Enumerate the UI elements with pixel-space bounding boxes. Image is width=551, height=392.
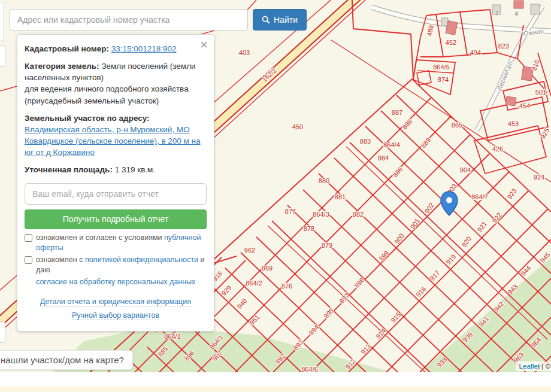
- panel-footer-links: Детали отчета и юридическая информация Р…: [25, 296, 207, 323]
- search-button-label: Найти: [274, 15, 298, 25]
- edge-panel-lower: [0, 321, 5, 343]
- parcel-label: 879: [322, 242, 332, 249]
- address-link[interactable]: Владимирская область, р-н Муромский, МО …: [25, 125, 201, 157]
- area-row: Уточненная площадь: 1 319 кв.м.: [25, 164, 207, 175]
- address-row: Земельный участок по адресу: Владимирска…: [25, 113, 207, 159]
- area-value: 1 319 кв.м.: [115, 165, 155, 174]
- manual-select-link[interactable]: Ручной выбор вариантов: [72, 311, 159, 320]
- house-number: 3: [495, 10, 498, 16]
- category-text-2: для ведения личного подсобного хозяйства: [25, 84, 189, 93]
- search-icon: [262, 16, 270, 24]
- consent-offer-row: ознакомлен и согласен с условиями публич…: [25, 233, 207, 254]
- parcel-label: 876: [281, 282, 292, 290]
- address-label: Земельный участок по адресу:: [25, 114, 150, 123]
- parcel-label: 864/1: [164, 333, 181, 340]
- parcel-label: 864/7: [471, 193, 488, 200]
- get-report-button[interactable]: Получить подробный отчет: [25, 209, 207, 229]
- parcel-label: 869: [262, 265, 273, 272]
- leaflet-link[interactable]: Leaflet: [519, 363, 540, 370]
- category-row: Категория земель: Земли поселений (земли…: [25, 60, 207, 107]
- parcel-label: 881: [335, 193, 346, 200]
- bottom-white-strip: [0, 372, 551, 387]
- parcel-label: 887: [392, 109, 402, 116]
- parcel-label: 864/3: [313, 211, 329, 218]
- privacy-checkbox[interactable]: [25, 256, 32, 264]
- parcel-label: 884: [378, 154, 389, 162]
- consent-personal-data-row: согласие на обработку персональных данны…: [25, 277, 207, 288]
- privacy-policy-link[interactable]: политикой конфиденциальности: [85, 256, 198, 264]
- parcel-label: 864/5: [433, 63, 450, 71]
- consent-privacy-text: ознакомлен с политикой конфиденциальност…: [36, 255, 207, 276]
- area-label: Уточненная площадь:: [25, 165, 113, 174]
- parcel-info-panel: × Кадастровый номер: 33:15:001218:902 Ка…: [17, 34, 214, 332]
- parcel-label: 403: [239, 49, 250, 56]
- parcel-label: 864/6: [301, 366, 318, 372]
- map-hint-tooltip: нашли участок/дом на карте?: [0, 350, 133, 370]
- parcel-label: 454: [519, 102, 530, 110]
- consent-offer-text: ознакомлен и согласен с условиями публич…: [36, 233, 207, 254]
- report-details-link[interactable]: Детали отчета и юридическая информация: [40, 297, 191, 306]
- search-button[interactable]: Найти: [253, 9, 307, 31]
- email-field[interactable]: [25, 183, 207, 205]
- parcel-label: 501: [535, 89, 546, 96]
- parcel-label: 924: [534, 174, 544, 181]
- parcel-label: 494: [470, 49, 481, 56]
- parcel-label: 962: [244, 247, 255, 254]
- parcel-label: 864/4: [383, 141, 400, 148]
- privacy-text-1: ознакомлен с: [36, 256, 83, 264]
- bottom-notice-bar: [0, 387, 551, 392]
- offer-text: ознакомлен и согласен с условиями: [36, 233, 162, 242]
- parcel-label: 882: [353, 211, 364, 218]
- parcel-label: 823: [498, 42, 509, 50]
- parcel-label: 452: [446, 39, 456, 46]
- close-icon[interactable]: ×: [200, 38, 208, 51]
- cadastral-label: Кадастровый номер:: [25, 44, 109, 53]
- parcel-label: 864/2: [246, 279, 262, 287]
- parcel-label: 883: [360, 138, 371, 145]
- house-number: 4: [515, 11, 518, 17]
- parcel-label: 904: [460, 166, 471, 174]
- map-attribution: Leaflet | ©: [516, 361, 551, 371]
- search-input[interactable]: [10, 9, 248, 31]
- search-bar: Найти: [10, 9, 307, 31]
- edge-panel-bottom: [0, 45, 5, 67]
- parcel-label: 877: [285, 208, 296, 215]
- parcel-label: 450: [292, 123, 303, 130]
- category-text-3: (приусадебный земельный участок): [25, 96, 159, 105]
- marker-hole: [446, 197, 452, 203]
- personal-data-link[interactable]: согласие на обработку персональных данны…: [36, 278, 195, 286]
- parcel-label: 426: [492, 145, 503, 153]
- category-label: Категория земель:: [25, 62, 99, 71]
- parcel-label: 865: [452, 121, 462, 129]
- parcel-label: 880: [319, 177, 329, 184]
- cadastral-number-link[interactable]: 33:15:001218:902: [111, 44, 177, 53]
- edge-panel-top: [0, 2, 4, 41]
- consent-privacy-row: ознакомлен с политикой конфиденциальност…: [25, 255, 207, 276]
- cadastral-row: Кадастровый номер: 33:15:001218:902: [25, 43, 207, 54]
- consents: ознакомлен и согласен с условиями публич…: [25, 233, 207, 288]
- parcel-label: 453: [508, 120, 519, 127]
- offer-checkbox[interactable]: [25, 234, 32, 242]
- parcel-label: 874: [438, 76, 449, 83]
- parcel-label: 878: [304, 225, 314, 232]
- attribution-rest: | ©: [540, 363, 550, 370]
